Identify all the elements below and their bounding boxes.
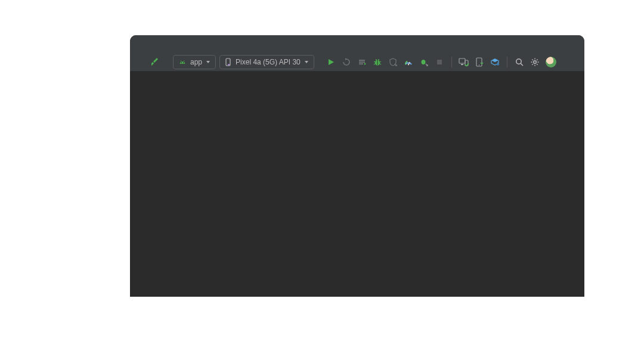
svg-point-16 [376,59,377,60]
svg-rect-0 [151,62,154,66]
svg-point-17 [378,59,379,60]
svg-line-15 [379,64,381,65]
svg-point-2 [183,62,184,63]
main-toolbar: app Pixel 4a (5G) API 30 [130,53,584,72]
svg-rect-23 [461,64,463,65]
svg-line-37 [532,64,532,64]
svg-point-28 [516,59,521,64]
svg-point-26 [478,64,479,66]
svg-rect-22 [459,59,465,63]
svg-point-30 [533,61,536,64]
phone-icon [225,58,232,66]
run-button[interactable] [325,56,337,68]
attach-debugger-button[interactable] [418,56,430,68]
build-button[interactable] [150,56,162,68]
toolbar-separator [451,57,452,67]
chevron-down-icon [304,60,309,64]
window-titlebar [130,35,584,53]
toolbar-separator [507,57,507,67]
svg-line-3 [181,60,181,61]
device-selector[interactable]: Pixel 4a (5G) API 30 [219,55,314,69]
svg-point-20 [421,60,425,64]
svg-line-35 [532,59,532,60]
svg-rect-6 [228,64,230,66]
run-config-selector[interactable]: app [173,55,216,69]
sync-project-button[interactable] [489,56,501,68]
svg-rect-7 [359,60,365,61]
apply-code-changes-button[interactable] [356,56,368,68]
svg-line-12 [374,61,376,62]
svg-point-1 [181,62,182,63]
android-icon [178,58,187,66]
svg-rect-8 [359,61,365,63]
svg-line-36 [537,64,537,64]
svg-line-29 [521,63,523,66]
avd-manager-button[interactable] [458,56,470,68]
profiler-button[interactable] [402,56,414,68]
svg-rect-9 [359,63,363,64]
coverage-button[interactable] [387,56,399,68]
svg-line-13 [379,61,381,62]
settings-button[interactable] [529,56,541,68]
search-button[interactable] [513,56,525,68]
svg-line-38 [537,59,537,60]
svg-rect-21 [437,60,442,64]
ide-window: app Pixel 4a (5G) API 30 [130,35,584,297]
apply-changes-button[interactable] [340,56,352,68]
device-label: Pixel 4a (5G) API 30 [236,58,301,66]
debug-button[interactable] [371,56,383,68]
svg-line-14 [374,64,376,65]
svg-point-19 [408,64,409,65]
svg-line-4 [184,60,184,61]
stop-button[interactable] [434,56,445,68]
run-config-label: app [190,58,202,66]
chevron-down-icon [206,60,210,64]
sdk-manager-button[interactable] [473,56,485,68]
account-avatar[interactable] [546,57,556,67]
